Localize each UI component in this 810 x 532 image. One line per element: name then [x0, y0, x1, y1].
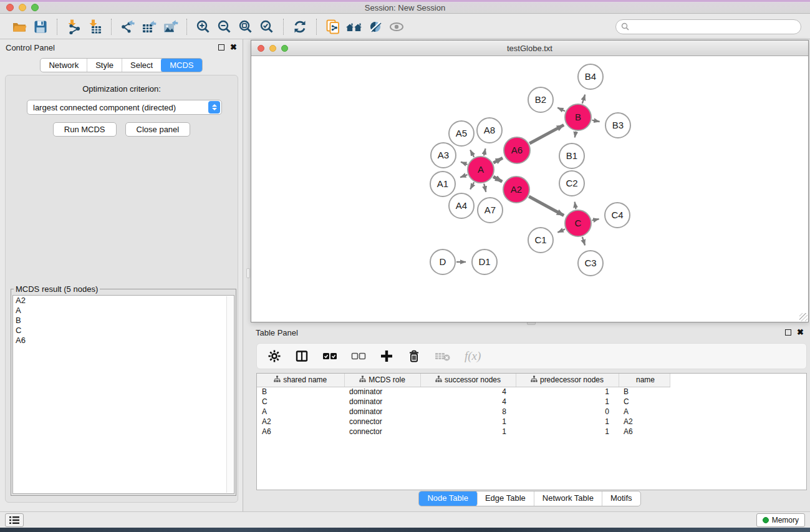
- create-new-column-button[interactable]: [380, 347, 393, 365]
- column-header-shared-name[interactable]: shared name: [257, 374, 344, 387]
- show-columns-button[interactable]: [295, 347, 309, 365]
- graph-node-B1[interactable]: B1: [559, 143, 584, 168]
- save-session-button[interactable]: [30, 17, 51, 37]
- table-cell[interactable]: 4: [420, 397, 516, 407]
- graph-node-A1[interactable]: A1: [430, 172, 455, 196]
- table-cell[interactable]: 1: [420, 417, 516, 427]
- network-window-titlebar[interactable]: testGlobe.txt: [251, 41, 808, 56]
- tab-mcds[interactable]: MCDS: [161, 58, 202, 72]
- toggle-graphics-details-button[interactable]: [365, 17, 386, 37]
- tab-network-table[interactable]: Network Table: [534, 491, 602, 506]
- zoom-in-button[interactable]: [193, 17, 214, 37]
- close-table-panel-icon[interactable]: ✖: [797, 329, 804, 336]
- mcds-result-list[interactable]: A2ABCA6: [12, 295, 234, 494]
- table-cell[interactable]: B: [619, 387, 670, 397]
- edge-A-A7[interactable]: [484, 183, 486, 191]
- close-panel-button[interactable]: Close panel: [125, 122, 191, 137]
- open-session-button[interactable]: [9, 17, 30, 37]
- export-table-button[interactable]: [138, 17, 160, 37]
- graph-node-A6[interactable]: A6: [504, 137, 530, 163]
- delete-columns-button[interactable]: [407, 347, 421, 365]
- import-table-button[interactable]: [84, 17, 105, 37]
- import-network-button[interactable]: [63, 17, 84, 37]
- table-row[interactable]: A6connector11A6: [257, 427, 670, 437]
- new-network-file-button[interactable]: [322, 17, 344, 37]
- graph-node-A4[interactable]: A4: [449, 193, 474, 218]
- table-cell[interactable]: A6: [257, 427, 344, 437]
- graph-node-B4[interactable]: B4: [578, 64, 603, 89]
- edge-C-C3[interactable]: [582, 237, 585, 245]
- table-cell[interactable]: 1: [516, 427, 619, 437]
- splitter-grip[interactable]: [246, 268, 250, 278]
- graph-node-C2[interactable]: C2: [559, 171, 584, 196]
- table-cell[interactable]: A: [619, 407, 670, 417]
- mcds-result-item[interactable]: A2: [13, 296, 234, 306]
- edge-A-A3[interactable]: [461, 162, 468, 165]
- mcds-result-item[interactable]: C: [13, 326, 234, 336]
- edge-A-A8[interactable]: [484, 148, 486, 155]
- zoom-out-button[interactable]: [214, 17, 235, 37]
- zoom-fit-button[interactable]: [235, 17, 256, 37]
- mcds-result-item[interactable]: A6: [13, 336, 234, 346]
- table-settings-button[interactable]: [268, 347, 281, 365]
- zoom-selected-button[interactable]: [256, 17, 277, 37]
- column-header-predecessor-nodes[interactable]: predecessor nodes: [516, 374, 619, 387]
- close-panel-icon[interactable]: ✖: [230, 44, 237, 51]
- table-cell[interactable]: 0: [516, 407, 619, 417]
- edge-B-B4[interactable]: [582, 95, 585, 104]
- edge-C-C2[interactable]: [575, 202, 576, 210]
- search-input[interactable]: [632, 22, 796, 31]
- criterion-select[interactable]: largest connected component (directed): [27, 100, 222, 115]
- table-cell[interactable]: 1: [516, 397, 619, 407]
- unselect-all-columns-button[interactable]: [351, 347, 366, 365]
- refresh-view-button[interactable]: [289, 17, 311, 37]
- tab-style[interactable]: Style: [87, 59, 122, 72]
- table-cell[interactable]: 1: [516, 387, 619, 397]
- select-all-columns-button[interactable]: [322, 347, 337, 365]
- column-header-name[interactable]: name: [619, 374, 670, 387]
- edge-A-A6[interactable]: [493, 158, 503, 163]
- table-cell[interactable]: dominator: [344, 387, 420, 397]
- graph-node-C1[interactable]: C1: [528, 228, 553, 253]
- graph-node-A3[interactable]: A3: [431, 143, 456, 168]
- table-cell[interactable]: C: [257, 397, 344, 407]
- float-panel-icon[interactable]: [218, 44, 224, 51]
- table-cell[interactable]: dominator: [344, 407, 420, 417]
- tab-select[interactable]: Select: [122, 59, 162, 72]
- network-canvas[interactable]: B4B2BB3A8A5A6A3B1AA1C2A2A4A7C4CC1C3DD1: [252, 57, 808, 321]
- tab-edge-table[interactable]: Edge Table: [477, 491, 534, 506]
- table-cell[interactable]: A2: [257, 417, 344, 427]
- table-cell[interactable]: dominator: [344, 397, 420, 407]
- graph-node-C4[interactable]: C4: [605, 203, 630, 228]
- show-hide-panel-button[interactable]: [386, 17, 407, 37]
- graph-node-B3[interactable]: B3: [605, 113, 630, 138]
- mcds-result-item[interactable]: B: [13, 316, 234, 326]
- graph-node-D1[interactable]: D1: [472, 249, 497, 274]
- mcds-result-item[interactable]: A: [13, 306, 234, 316]
- edge-C-C4[interactable]: [592, 219, 599, 220]
- run-mcds-button[interactable]: Run MCDS: [53, 122, 117, 137]
- table-row[interactable]: Cdominator41C: [257, 397, 670, 407]
- result-scrollbar[interactable]: [226, 296, 233, 493]
- memory-button[interactable]: Memory: [756, 513, 805, 527]
- task-history-button[interactable]: [5, 513, 24, 527]
- graph-node-D[interactable]: D: [430, 249, 455, 274]
- network-window[interactable]: testGlobe.txt B4B2BB3A8A5A6A3B1AA1C2A2A4…: [251, 40, 809, 322]
- search-box[interactable]: [615, 19, 801, 34]
- tab-network[interactable]: Network: [41, 59, 87, 72]
- float-table-panel-icon[interactable]: [785, 329, 791, 336]
- function-builder-button[interactable]: f(x): [465, 347, 481, 365]
- edge-A-A2[interactable]: [493, 177, 502, 181]
- graph-node-C[interactable]: C: [565, 210, 591, 236]
- table-row[interactable]: Bdominator41B: [257, 387, 670, 397]
- table-cell[interactable]: B: [257, 387, 344, 397]
- edge-B-B3[interactable]: [592, 120, 600, 122]
- table-cell[interactable]: 1: [516, 417, 619, 427]
- node-table[interactable]: shared nameMCDS rolesuccessor nodesprede…: [256, 373, 807, 490]
- edge-A-A1[interactable]: [460, 175, 467, 177]
- graph-node-B2[interactable]: B2: [528, 87, 553, 112]
- edge-A6-B[interactable]: [529, 125, 564, 143]
- column-header-successor-nodes[interactable]: successor nodes: [420, 374, 516, 387]
- edge-C-C1[interactable]: [557, 229, 565, 232]
- edge-A-A5[interactable]: [470, 150, 474, 157]
